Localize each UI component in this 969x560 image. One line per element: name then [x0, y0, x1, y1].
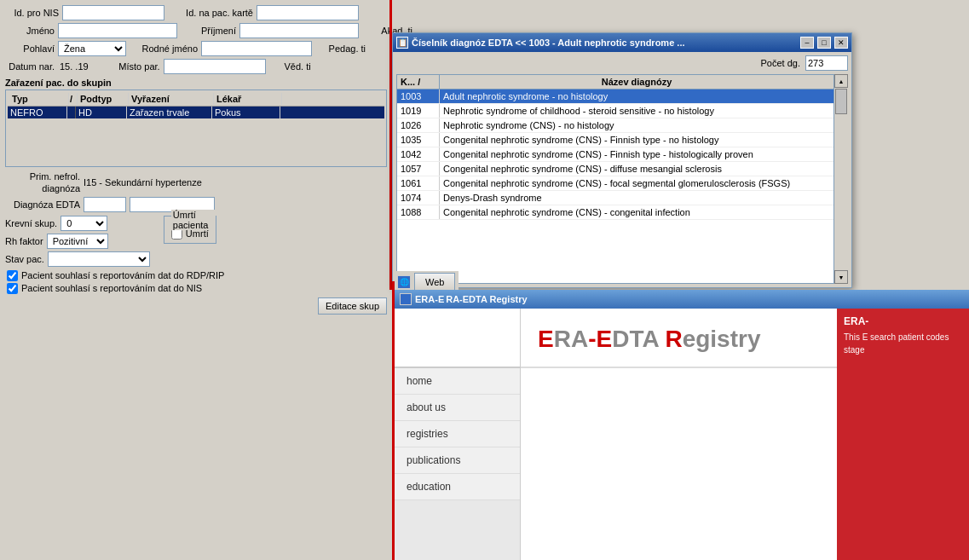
- diag-cell-name-1074: Denys-Drash syndrome: [440, 191, 833, 205]
- diagnoses-table-container: K... / Název diagnózy 1003 Adult nephrot…: [396, 74, 848, 284]
- nav-item-about[interactable]: about us: [395, 395, 520, 421]
- diag-row-1026[interactable]: 1026 Nephrotic syndrome (CNS) - no histo…: [397, 118, 833, 133]
- krevni-skup-label: Krevní skup.: [5, 218, 57, 228]
- diag-cell-name-1042: Congenital nephrotic syndrome (CNS) - Fi…: [440, 147, 833, 161]
- id-pro-nis-label: Id. pro NIS: [3, 8, 59, 18]
- web-header-banner: ERA-EDTA Registry: [521, 309, 837, 368]
- diag-cell-name-1035: Congenital nephrotic syndrome (CNS) - Fi…: [440, 133, 833, 147]
- col-name-header: Název diagnózy: [440, 75, 833, 89]
- rh-faktor-select[interactable]: Pozitivní: [47, 234, 108, 249]
- diag-cell-name-1019: Nephrotic syndrome of childhood - steroi…: [440, 104, 833, 118]
- web-icon: 🌐: [397, 275, 411, 289]
- checkbox-nis[interactable]: [7, 283, 18, 294]
- nav-item-registries[interactable]: registries: [395, 421, 520, 447]
- cell-podtyp: HD: [76, 107, 127, 118]
- scroll-down-arrow[interactable]: ▼: [834, 270, 848, 284]
- jmeno-label: Jméno: [3, 26, 55, 36]
- web-right-title: ERA-: [844, 315, 962, 327]
- web-logo-area: [395, 309, 520, 368]
- patient-form: Id. pro NIS Id. na pac. kartě Jméno Příj…: [0, 0, 392, 435]
- jmeno-input[interactable]: [58, 23, 177, 38]
- krevni-skup-select[interactable]: 0: [61, 216, 107, 231]
- diag-cell-name-1061: Congenital nephrotic syndrome (CNS) - fo…: [440, 176, 833, 190]
- cell-typ: NEFRO: [8, 107, 67, 118]
- diagnoses-table-body: 1003 Adult nephrotic syndrome - no histo…: [397, 89, 833, 283]
- era-logo-d: D: [612, 326, 629, 352]
- diag-cell-k-1061: 1061: [397, 176, 440, 190]
- rodne-jmeno-input[interactable]: [201, 41, 312, 56]
- scroll-up-arrow[interactable]: ▲: [834, 74, 848, 88]
- umrti-title: Úmrtí pacienta: [171, 210, 216, 230]
- dialog-content: Počet dg. K... / Název diagnózy: [393, 52, 851, 287]
- id-na-pac-karte-input[interactable]: [257, 5, 359, 20]
- empty-row-2: [8, 134, 384, 149]
- diag-cell-name-1088: Congenital nephrotic syndrome (CNS) - co…: [440, 205, 833, 219]
- datum-nar-value: 15. .19: [60, 61, 89, 72]
- pocet-dg-label: Počet dg.: [761, 58, 800, 68]
- diagnoses-table: K... / Název diagnózy 1003 Adult nephrot…: [396, 74, 834, 284]
- era-logo-a2: A: [642, 326, 658, 352]
- era-logo: ERA-EDTA Registry: [538, 326, 760, 353]
- datum-nar-label: Datum nar.: [3, 61, 55, 72]
- web-panel-titlebar: ERA-E RA-EDTA Registry: [395, 290, 969, 309]
- era-logo-R: R: [665, 326, 682, 352]
- diag-cell-k-1019: 1019: [397, 104, 440, 118]
- nav-item-home[interactable]: home: [395, 368, 520, 395]
- web-panel-title-suffix: RA-EDTA Registry: [446, 294, 527, 304]
- pohlavi-select[interactable]: Žena: [58, 41, 126, 56]
- era-logo-t: T: [629, 326, 642, 352]
- checkbox-nis-label: Pacient souhlasí s reportováním dat do N…: [21, 283, 202, 293]
- table-row[interactable]: NEFRO HD Zařazen trvale Pokus: [8, 107, 384, 118]
- zarazeni-pac-title: Zařazení pac. do skupin: [5, 78, 387, 88]
- checkbox-rdprip-label: Pacient souhlasí s reportováním dat do R…: [21, 270, 224, 280]
- web-panel-icon: [400, 293, 412, 305]
- col-header-typ: Typ: [9, 93, 69, 105]
- diag-row-1035[interactable]: 1035 Congenital nephrotic syndrome (CNS)…: [397, 133, 833, 147]
- diag-row-1057[interactable]: 1057 Congenital nephrotic syndrome (CNS)…: [397, 162, 833, 176]
- empty-row-3: [8, 149, 384, 165]
- web-panel-title: ERA-E: [415, 294, 444, 304]
- col-k-header: K... /: [397, 75, 440, 89]
- web-button[interactable]: Web: [414, 273, 455, 292]
- nav-item-education[interactable]: education: [395, 474, 520, 500]
- col-header-sep: /: [69, 93, 78, 105]
- scrollbar-thumb[interactable]: [835, 89, 847, 114]
- dialog-minimize-button[interactable]: –: [800, 37, 814, 49]
- pedag-ti-label: Pedag. ti: [319, 43, 366, 54]
- rh-faktor-label: Rh faktor: [5, 236, 43, 246]
- diagn-edta-label: Diagnóza EDTA: [5, 199, 80, 210]
- diag-row-1019[interactable]: 1019 Nephrotic syndrome of childhood - s…: [397, 104, 833, 118]
- misto-par-input[interactable]: [164, 59, 266, 74]
- era-logo-e1: E: [538, 326, 554, 352]
- pocet-dg-value[interactable]: [805, 55, 848, 71]
- dialog-restore-button[interactable]: □: [817, 37, 831, 49]
- prim-nefrol-value: I15 - Sekundární hypertenze: [84, 177, 202, 188]
- umrti-group: Úmrtí pacienta Úmrtí: [164, 216, 216, 244]
- diag-row-1061[interactable]: 1061 Congenital nephrotic syndrome (CNS)…: [397, 176, 833, 191]
- diag-cell-k-1074: 1074: [397, 191, 440, 205]
- era-logo-a: A: [571, 326, 588, 352]
- editace-skupin-button[interactable]: Editace skup: [318, 297, 387, 315]
- prijmeni-label: Příjmení: [189, 26, 236, 36]
- checkbox-rdprip[interactable]: [7, 270, 18, 281]
- web-right-text: This E search patient codes stage: [844, 331, 962, 356]
- diag-row-1042[interactable]: 1042 Congenital nephrotic syndrome (CNS)…: [397, 147, 833, 162]
- diag-row-1003[interactable]: 1003 Adult nephrotic syndrome - no histo…: [397, 89, 833, 104]
- dialog-close-button[interactable]: ✕: [834, 37, 848, 49]
- dialog-titlebar: 📋 Číselník diagnóz EDTA << 1003 - Adult …: [393, 33, 851, 52]
- nav-item-publications[interactable]: publications: [395, 447, 520, 474]
- diag-cell-k-1057: 1057: [397, 162, 440, 176]
- prijmeni-input[interactable]: [239, 23, 359, 38]
- diagn-edta-input-code[interactable]: [84, 197, 126, 212]
- stav-pac-select[interactable]: [48, 251, 150, 267]
- web-panel-content: home about us registries publications ed…: [395, 309, 969, 560]
- diagnozy-dialog: 📋 Číselník diagnóz EDTA << 1003 - Adult …: [392, 32, 852, 288]
- id-pro-nis-input[interactable]: [62, 5, 164, 20]
- cell-vyrazeni: Zařazen trvale: [127, 107, 212, 118]
- diag-cell-k-1088: 1088: [397, 205, 440, 219]
- diag-cell-k-1035: 1035: [397, 133, 440, 147]
- col-header-vyrazeni: Vyřazení: [129, 93, 214, 105]
- diag-row-1088[interactable]: 1088 Congenital nephrotic syndrome (CNS)…: [397, 205, 833, 220]
- diag-cell-k-1042: 1042: [397, 147, 440, 161]
- diag-row-1074[interactable]: 1074 Denys-Drash syndrome: [397, 191, 833, 205]
